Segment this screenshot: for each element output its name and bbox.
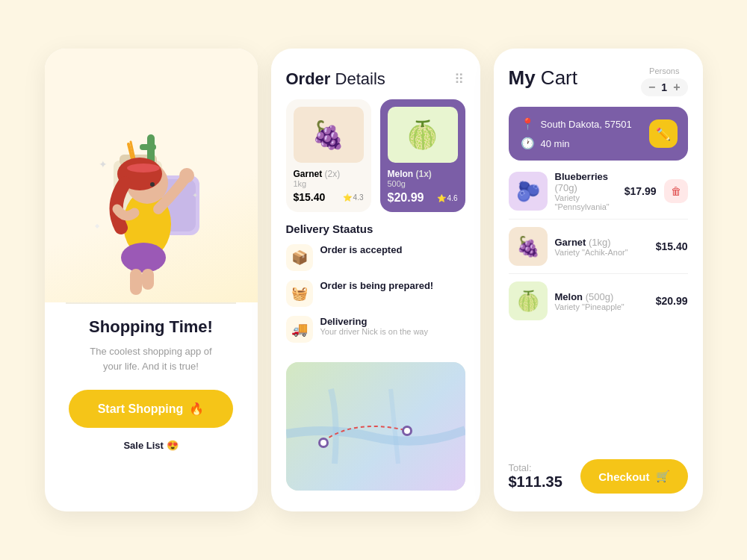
product-card-garnet: 🍇 Garnet (2x) 1kg $15.40 ⭐4.3 <box>286 99 371 212</box>
increase-persons-button[interactable]: + <box>673 81 680 93</box>
step3-subtext: Your driver Nick is on the way <box>320 327 429 336</box>
persons-count: 1 <box>661 81 667 93</box>
hero-illustration: ✦ ✦ ◆ <box>45 49 258 302</box>
svg-rect-11 <box>142 269 154 290</box>
total-amount: $111.35 <box>509 473 562 491</box>
order-header: Order Details ⠿ <box>286 69 465 89</box>
garnet-image: 🍇 <box>294 107 364 163</box>
product-list: 🍇 Garnet (2x) 1kg $15.40 ⭐4.3 🍈 Melon (1… <box>286 99 465 212</box>
sale-list-link[interactable]: Sale List 😍 <box>123 440 178 451</box>
delete-blueberries-button[interactable]: 🗑 <box>664 179 688 203</box>
total-label: Total: <box>509 462 562 473</box>
order-details-card: Order Details ⠿ 🍇 Garnet (2x) 1kg $15.40… <box>271 49 480 511</box>
checkout-icon: 🛒 <box>656 470 670 483</box>
svg-point-23 <box>404 428 410 434</box>
edit-location-button[interactable]: ✏️ <box>649 119 678 148</box>
melon-image: 🍈 <box>388 107 458 163</box>
cart-item-blueberries: 🫐 Blueberries (70g) Variety "Pennsylvani… <box>509 171 688 220</box>
melon-footer: $20.99 ⭐4.6 <box>388 191 458 205</box>
blueberries-price: $17.99 <box>624 185 657 197</box>
delivering-icon: 🚚 <box>286 316 313 343</box>
app-container: ✦ ✦ ◆ Shopping Time! The coolest shoppin… <box>0 26 747 534</box>
svg-point-21 <box>320 440 326 446</box>
svg-text:◆: ◆ <box>95 223 100 229</box>
order-accepted-icon: 📦 <box>286 244 313 271</box>
product-card-melon: 🍈 Melon (1x) 500g $20.99 ⭐4.6 <box>380 99 465 212</box>
cart-title: My Cart <box>509 66 577 90</box>
page-subtitle: The coolest shopping app of your life. A… <box>90 344 211 373</box>
more-options-icon[interactable]: ⠿ <box>454 71 465 87</box>
svg-point-16 <box>127 164 160 172</box>
melon-cart-name: Melon (500g) <box>555 291 648 302</box>
order-title: Order Details <box>286 69 385 89</box>
start-shopping-button[interactable]: Start Shopping 🔥 <box>69 390 233 428</box>
svg-text:✦: ✦ <box>192 191 198 199</box>
garnet-cart-image: 🍇 <box>509 227 548 266</box>
melon-name: Melon (1x) <box>388 169 458 179</box>
cart-footer: Total: $111.35 Checkout 🛒 <box>509 459 688 494</box>
melon-price: $20.99 <box>388 191 424 205</box>
blueberries-info: Blueberries (70g) Variety "Pennsylvania" <box>555 171 617 211</box>
garnet-cart-price: $15.40 <box>656 240 688 252</box>
cart-header: My Cart Persons − 1 + <box>509 66 688 96</box>
checkout-button[interactable]: Checkout 🛒 <box>580 459 687 494</box>
svg-text:✦: ✦ <box>99 158 108 170</box>
card1-content: Shopping Time! The coolest shopping app … <box>51 304 251 491</box>
melon-variety: Variety "Pineapple" <box>555 302 648 311</box>
blueberries-variety: Variety "Pennsylvania" <box>555 193 617 211</box>
persons-counter: − 1 + <box>641 78 687 96</box>
persons-box: Persons − 1 + <box>641 66 687 96</box>
blueberries-name: Blueberries (70g) <box>555 171 617 193</box>
map-view <box>286 362 465 491</box>
cart-item-melon: 🍈 Melon (500g) Variety "Pineapple" $20.9… <box>509 281 688 328</box>
delivery-step-3: 🚚 Delivering Your driver Nick is on the … <box>286 316 465 343</box>
melon-cart-price: $20.99 <box>656 295 688 307</box>
cart-card: My Cart Persons − 1 + 📍 South Dakota, 57… <box>494 49 703 511</box>
svg-point-15 <box>179 168 194 183</box>
page-title: Shopping Time! <box>89 317 213 337</box>
melon-weight: 500g <box>388 179 458 188</box>
clock-icon: 🕐 <box>521 137 535 150</box>
garnet-variety: Variety "Achik-Anor" <box>555 248 648 257</box>
location-box: 📍 South Dakota, 57501 🕐 40 min ✏️ <box>509 107 688 161</box>
map-background <box>286 362 465 491</box>
garnet-info: Garnet (1kg) Variety "Achik-Anor" <box>555 237 648 257</box>
step1-text: Order is accepted <box>320 244 403 255</box>
step3-text: Delivering <box>320 316 429 327</box>
blueberries-image: 🫐 <box>509 172 548 211</box>
step2-text: Order is being prepared! <box>320 280 434 291</box>
delivery-section: Delivery Staatus 📦 Order is accepted 🧺 O… <box>286 223 465 352</box>
onboarding-card: ✦ ✦ ◆ Shopping Time! The coolest shoppin… <box>45 49 258 511</box>
delivery-time: 40 min <box>541 138 570 149</box>
melon-rating: ⭐4.6 <box>437 194 458 202</box>
garnet-price: $15.40 <box>294 191 326 203</box>
svg-rect-10 <box>130 269 142 295</box>
cart-items-list: 🫐 Blueberries (70g) Variety "Pennsylvani… <box>509 171 688 449</box>
svg-point-9 <box>121 243 166 273</box>
delivery-title: Delivery Staatus <box>286 223 465 235</box>
svg-rect-5 <box>140 144 156 150</box>
delivery-step-1: 📦 Order is accepted <box>286 244 465 271</box>
cart-item-garnet: 🍇 Garnet (1kg) Variety "Achik-Anor" $15.… <box>509 227 688 274</box>
melon-cart-image: 🍈 <box>509 281 548 320</box>
garnet-name: Garnet (2x) <box>294 169 364 179</box>
garnet-cart-name: Garnet (1kg) <box>555 237 648 248</box>
location-text: South Dakota, 57501 <box>541 119 632 130</box>
garnet-weight: 1kg <box>294 179 364 188</box>
svg-point-14 <box>150 182 155 187</box>
decrease-persons-button[interactable]: − <box>648 81 655 93</box>
persons-label: Persons <box>649 66 679 75</box>
delivery-step-2: 🧺 Order is being prepared! <box>286 280 465 307</box>
being-prepared-icon: 🧺 <box>286 280 313 307</box>
total-box: Total: $111.35 <box>509 462 562 491</box>
melon-info: Melon (500g) Variety "Pineapple" <box>555 291 648 311</box>
edit-icon: ✏️ <box>656 127 671 141</box>
garnet-rating: ⭐4.3 <box>343 193 364 202</box>
garnet-footer: $15.40 ⭐4.3 <box>294 191 364 203</box>
location-pin-icon: 📍 <box>521 117 535 131</box>
